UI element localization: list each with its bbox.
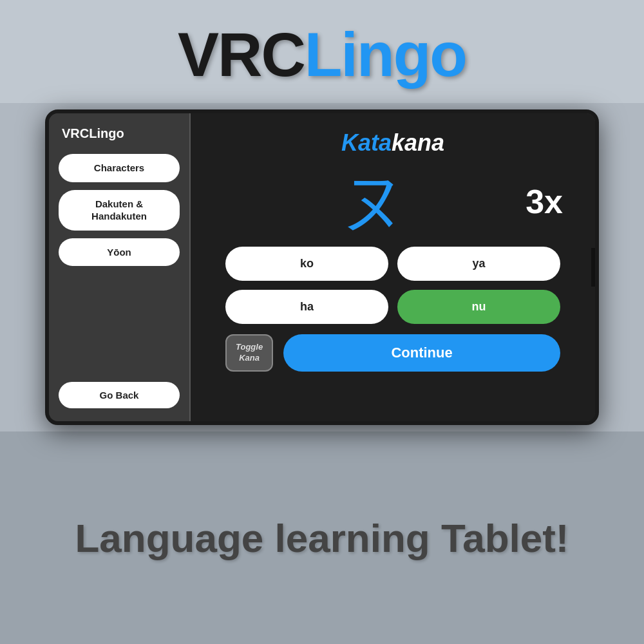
go-back-button[interactable]: Go Back [59, 382, 180, 408]
footer-section: Language learning Tablet! [0, 431, 644, 644]
tablet-wrapper: VRCLingo Characters Dakuten &Handakuten … [19, 103, 625, 431]
header-section: VRCLingo [0, 0, 644, 103]
answer-button-nu[interactable]: nu [397, 290, 560, 324]
mode-blue: Kata [341, 129, 392, 156]
answer-button-ha[interactable]: ha [225, 290, 388, 324]
tablet: VRCLingo Characters Dakuten &Handakuten … [45, 109, 599, 425]
mode-title: Katakana [341, 129, 444, 156]
sidebar-spacer [59, 274, 180, 374]
toggle-kana-button[interactable]: ToggleKana [225, 334, 273, 372]
character-row: ヌ 3x [210, 169, 576, 234]
title-part2: Lingo [305, 20, 466, 89]
sidebar-item-characters[interactable]: Characters [59, 154, 180, 182]
bottom-row: ToggleKana Continue [225, 334, 560, 372]
sidebar: VRCLingo Characters Dakuten &Handakuten … [49, 113, 191, 421]
continue-button[interactable]: Continue [283, 334, 560, 372]
subtitle: Language learning Tablet! [75, 515, 569, 561]
multiplier-badge: 3x [526, 182, 563, 221]
sidebar-item-yoon[interactable]: Yōon [59, 238, 180, 267]
mode-white: kana [392, 129, 444, 156]
main-content: Katakana ヌ 3x ko ya ha nu ToggleKana Con… [191, 113, 595, 421]
title-part1: VRC [178, 20, 305, 89]
app-title: VRCLingo [178, 19, 466, 90]
sidebar-item-dakuten[interactable]: Dakuten &Handakuten [59, 190, 180, 231]
quiz-character: ヌ [341, 169, 407, 234]
answer-button-ya[interactable]: ya [397, 247, 560, 281]
sidebar-logo: VRCLingo [59, 126, 180, 141]
answer-button-ko[interactable]: ko [225, 247, 388, 281]
answers-grid: ko ya ha nu [225, 247, 560, 324]
